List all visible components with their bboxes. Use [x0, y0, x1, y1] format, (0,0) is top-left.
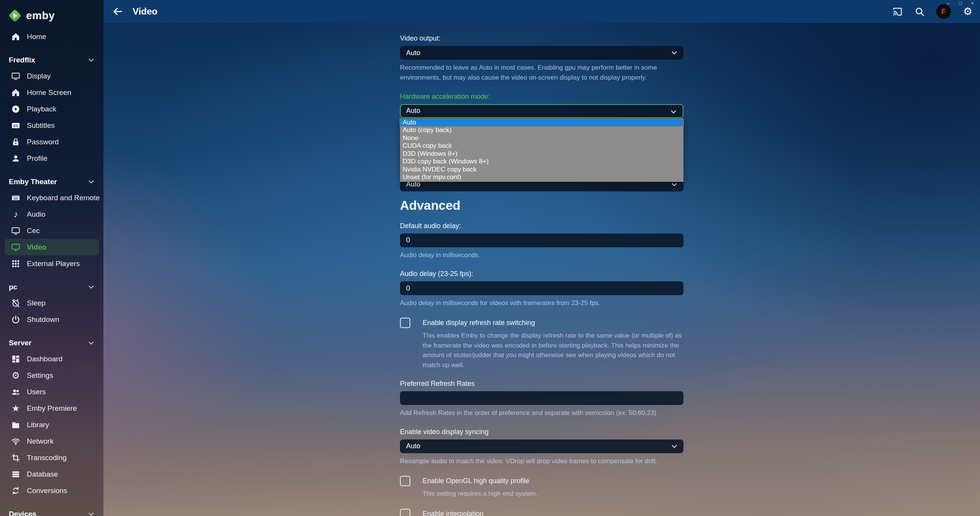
sidebar-item-dashboard[interactable]: Dashboard — [5, 351, 99, 367]
display-icon — [11, 71, 21, 81]
audio-delay-2325-group: Audio delay (23-25 fps): Audio delay in … — [400, 270, 683, 308]
video-output-label: Video output: — [400, 34, 683, 42]
sidebar-item-users[interactable]: Users — [5, 384, 99, 400]
music-note-icon: ♪ — [11, 209, 21, 219]
interpolation-checkbox[interactable] — [400, 509, 410, 516]
sidebar-item-display[interactable]: Display — [5, 68, 99, 84]
play-circle-icon — [11, 104, 21, 114]
video-output-help: Recommended to leave as Auto in most cas… — [400, 63, 683, 83]
back-arrow-icon[interactable] — [112, 6, 123, 17]
sidebar-item-password[interactable]: Password — [5, 134, 99, 150]
folder-icon — [11, 420, 21, 430]
chevron-down-icon — [87, 178, 95, 186]
sidebar-item-transcoding[interactable]: Transcoding — [5, 449, 99, 466]
dropdown-option[interactable]: Unset (for mpv.conf) — [400, 173, 683, 181]
refresh-rate-switching-checkbox[interactable] — [400, 318, 410, 328]
sync-icon — [11, 486, 21, 496]
sidebar-item-sleep[interactable]: Sleep — [5, 295, 99, 311]
sidebar-item-database[interactable]: Database — [5, 466, 99, 482]
opengl-high-quality-row[interactable]: Enable OpenGL high quality profile — [400, 476, 683, 486]
dashboard-icon — [11, 354, 21, 364]
page-title: Video — [133, 6, 157, 17]
avatar[interactable]: F — [936, 4, 951, 19]
dropdown-option[interactable]: D3D copy back (Windows 8+) — [400, 158, 683, 166]
sidebar-item-keyboard-remote[interactable]: Keyboard and Remote — [5, 189, 99, 206]
main-scroll-area[interactable]: Video output: Auto Recommended to leave … — [103, 23, 980, 516]
video-display-syncing-group: Enable video display syncing Auto Resamp… — [400, 428, 683, 466]
default-audio-delay-group: Default audio delay: Audio delay in mill… — [400, 222, 683, 260]
sidebar-item-shutdown[interactable]: Shutdown — [5, 311, 99, 328]
video-display-syncing-select[interactable]: Auto — [400, 439, 683, 453]
video-display-syncing-help: Resample audio to match the video. VDrop… — [400, 456, 683, 466]
preferred-refresh-rates-input[interactable] — [400, 391, 683, 405]
sidebar-item-playback[interactable]: Playback — [5, 101, 99, 117]
star-icon: ★ — [11, 403, 21, 413]
chevron-down-icon — [670, 49, 678, 57]
gear-icon[interactable]: ⚙ — [962, 6, 973, 17]
sidebar-item-video[interactable]: Video — [5, 239, 99, 255]
advanced-section-title: Advanced — [400, 198, 683, 213]
preferred-refresh-rates-label: Preferred Refresh Rates — [400, 380, 683, 388]
lock-icon — [11, 137, 21, 147]
users-icon — [11, 387, 21, 397]
refresh-rate-switching-row[interactable]: Enable display refresh rate switching — [400, 318, 683, 328]
sidebar-item-library[interactable]: Library — [5, 416, 99, 433]
sidebar-item-network[interactable]: Network — [5, 433, 99, 449]
emby-logo-icon — [8, 9, 21, 22]
sidebar-section-pc[interactable]: pc — [0, 279, 103, 295]
search-icon[interactable] — [914, 6, 925, 17]
interpolation-label: Enable interpolation — [423, 510, 483, 516]
sidebar-section-devices[interactable]: Devices — [0, 506, 103, 516]
home-icon — [11, 88, 21, 98]
sidebar-item-settings[interactable]: ⚙ Settings — [5, 367, 99, 384]
hardware-acceleration-select[interactable]: Auto — [400, 104, 683, 118]
opengl-high-quality-checkbox[interactable] — [400, 476, 410, 486]
default-audio-delay-input[interactable] — [400, 234, 683, 247]
dropdown-option[interactable]: Nvidia NVDEC copy back — [400, 166, 683, 174]
interpolation-row[interactable]: Enable interpolation — [400, 509, 683, 516]
sidebar-item-home-screen[interactable]: Home Screen — [5, 84, 99, 101]
video-settings-form: Video output: Auto Recommended to leave … — [400, 23, 683, 516]
gear-icon: ⚙ — [11, 371, 21, 380]
video-output-select[interactable]: Auto — [400, 46, 683, 60]
sidebar-item-cec[interactable]: Cec — [5, 222, 99, 239]
sidebar-section-fredflix[interactable]: Fredflix — [0, 52, 103, 68]
interpolation-group: Enable interpolation Reduce stuttering c… — [400, 509, 683, 516]
sidebar-item-external-players[interactable]: External Players — [5, 255, 99, 272]
emby-app-window: emby Home Fredflix Display Home Scree — [0, 0, 980, 516]
person-icon — [11, 153, 21, 163]
keyboard-icon — [11, 193, 21, 203]
emby-logo: emby — [0, 0, 103, 24]
dropdown-option[interactable]: D3D (Windows 8+) — [400, 150, 683, 158]
sidebar-section-emby-theater[interactable]: Emby Theater — [0, 174, 103, 189]
emby-logo-text: emby — [26, 10, 55, 22]
chevron-down-icon — [87, 283, 95, 291]
default-audio-delay-label: Default audio delay: — [400, 222, 683, 230]
cast-icon[interactable] — [892, 6, 903, 17]
sidebar-item-conversions[interactable]: Conversions — [5, 482, 99, 499]
alarm-off-icon — [11, 298, 21, 308]
sidebar-item-audio[interactable]: ♪ Audio — [5, 206, 99, 222]
sidebar-item-emby-premiere[interactable]: ★ Emby Premiere — [5, 400, 99, 416]
power-icon — [11, 315, 21, 325]
storage-icon — [11, 469, 21, 479]
sidebar-item-subtitles[interactable]: CC Subtitles — [5, 117, 99, 134]
chevron-down-icon — [670, 108, 677, 116]
chevron-down-icon — [87, 56, 95, 64]
video-output-group: Video output: Auto Recommended to leave … — [400, 34, 683, 83]
dropdown-option[interactable]: Auto (copy back) — [400, 126, 683, 134]
sidebar-section-server[interactable]: Server — [0, 335, 103, 351]
audio-delay-2325-input[interactable] — [400, 281, 683, 295]
refresh-rate-switching-help: This enables Emby to change the display … — [423, 331, 683, 370]
audio-delay-2325-label: Audio delay (23-25 fps): — [400, 270, 683, 278]
dropdown-option[interactable]: Auto — [400, 119, 683, 127]
home-icon — [11, 32, 21, 42]
sidebar-item-home[interactable]: Home — [5, 28, 99, 45]
sidebar-item-profile[interactable]: Profile — [5, 150, 99, 167]
dropdown-option[interactable]: None — [400, 134, 683, 142]
svg-text:CC: CC — [13, 124, 18, 127]
refresh-rate-switching-group: Enable display refresh rate switching Th… — [400, 318, 683, 370]
video-output-value: Auto — [406, 49, 420, 57]
opengl-high-quality-help: This setting requires a high end system. — [423, 489, 683, 499]
dropdown-option[interactable]: CUDA copy back — [400, 142, 683, 150]
